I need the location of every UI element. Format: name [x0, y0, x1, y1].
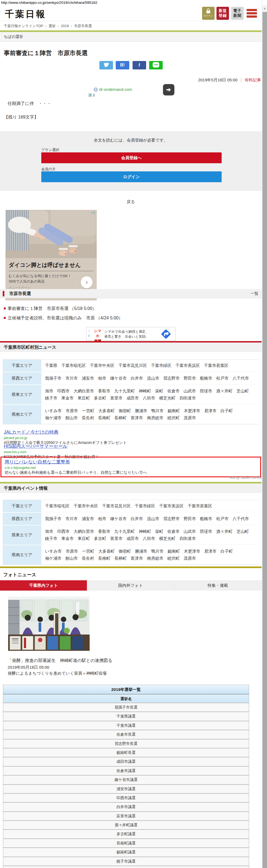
- related-list-link[interactable]: 一覧: [251, 291, 258, 296]
- municipality-link[interactable]: 野田市: [184, 375, 196, 382]
- municipality-link[interactable]: 神崎町: [139, 528, 151, 535]
- site-logo[interactable]: 千葉日報: [5, 8, 46, 20]
- display-ad-socks[interactable]: i X ダイコン脚とは呼ばせません むくみが気になる時に履くだけでOK！SNSで…: [5, 210, 97, 301]
- area-label[interactable]: 千葉エリア: [3, 360, 41, 372]
- municipality-link[interactable]: 御宿町: [119, 548, 131, 555]
- municipality-link[interactable]: 東庄町: [78, 535, 90, 542]
- municipality-link[interactable]: 香取市: [98, 388, 110, 395]
- municipality-link[interactable]: 木更津市: [184, 548, 200, 555]
- banner-ad-shimaho[interactable]: i X シマホ シマホで出会う納得と満足、 発見と驚き、出会いと笑顔。: [86, 327, 176, 341]
- municipality-link[interactable]: 横芝光町: [159, 535, 176, 542]
- municipality-link[interactable]: いすみ市: [45, 548, 62, 555]
- municipality-link[interactable]: 山武市: [184, 388, 196, 395]
- municipality-link[interactable]: 長生村: [82, 414, 94, 422]
- municipality-link[interactable]: 千葉市若葉区: [204, 362, 229, 369]
- epaper-button[interactable]: 電子新聞: [231, 7, 244, 20]
- municipality-link[interactable]: 長南町: [98, 414, 110, 422]
- municipality-link[interactable]: 千葉市若葉区: [188, 502, 212, 509]
- ad-title-link[interactable]: JALカード／今だけの特典: [4, 429, 258, 435]
- election-row[interactable]: 印西市議選: [3, 793, 249, 802]
- municipality-link[interactable]: 館山市: [65, 555, 78, 562]
- municipality-link[interactable]: 鋸南町: [167, 548, 180, 555]
- municipality-link[interactable]: 鋸南町: [167, 407, 180, 414]
- share-line-button[interactable]: LINE: [149, 61, 163, 69]
- election-row[interactable]: 千葉県議選: [3, 712, 249, 720]
- municipality-link[interactable]: いすみ市: [45, 407, 62, 414]
- election-row[interactable]: 多古町議選: [3, 829, 249, 838]
- municipality-link[interactable]: 流山市: [147, 375, 159, 382]
- municipality-link[interactable]: 酒々井町: [216, 528, 233, 535]
- area-label[interactable]: 県東エリア: [3, 385, 41, 404]
- municipality-link[interactable]: 柏市: [98, 375, 106, 382]
- municipality-link[interactable]: 銚子市: [45, 535, 57, 542]
- municipality-link[interactable]: 野田市: [184, 515, 196, 522]
- municipality-link[interactable]: 芝山町: [237, 528, 249, 535]
- municipality-link[interactable]: 茂原市: [184, 555, 196, 562]
- municipality-link[interactable]: 千葉市花見川区: [102, 502, 131, 509]
- municipality-link[interactable]: 富里市: [110, 535, 123, 542]
- municipality-link[interactable]: 白井市: [131, 375, 143, 382]
- municipality-link[interactable]: 四街道市: [180, 395, 196, 402]
- municipality-link[interactable]: 君津市: [204, 407, 216, 414]
- municipality-link[interactable]: 浦安市: [82, 375, 94, 382]
- ad-title-link[interactable]: 周りにバレない自然な二重整形: [5, 459, 257, 465]
- scrollbar-thumb[interactable]: [262, 12, 267, 868]
- municipality-link[interactable]: 睦沢町: [167, 555, 180, 562]
- municipality-link[interactable]: 船橋市: [200, 515, 212, 522]
- municipality-link[interactable]: 鴨川市: [151, 548, 163, 555]
- municipality-link[interactable]: 流山市: [147, 515, 159, 522]
- municipality-link[interactable]: 八街市: [143, 395, 155, 402]
- election-row[interactable]: 我孫子市長選: [3, 703, 249, 712]
- municipality-link[interactable]: 一宮町: [82, 407, 94, 414]
- municipality-link[interactable]: 山武市: [184, 528, 196, 535]
- member-register-button[interactable]: 会員登録へ: [41, 152, 222, 163]
- election-row[interactable]: 鋸南町長選: [3, 748, 249, 757]
- municipality-link[interactable]: 佐倉市: [167, 388, 180, 395]
- municipality-link[interactable]: 一宮町: [82, 548, 94, 555]
- municipality-link[interactable]: 匝瑳市: [200, 528, 212, 535]
- election-row[interactable]: 佐倉市議選: [3, 766, 249, 775]
- ad-info-close-icons[interactable]: i X: [87, 329, 91, 338]
- municipality-link[interactable]: 八千代市: [233, 375, 249, 382]
- municipality-link[interactable]: 鴨川市: [151, 407, 163, 414]
- municipality-link[interactable]: 旭市: [45, 528, 53, 535]
- yahoo-text-ad[interactable]: 周りにバレない自然な二重整形s-b-c-biyougeka.net切らない施術も…: [1, 457, 261, 477]
- municipality-link[interactable]: 御宿町: [119, 407, 131, 414]
- municipality-link[interactable]: 富津市: [131, 555, 143, 562]
- breadcrumb-item-home[interactable]: 千葉日報オンラインTOP: [4, 24, 43, 28]
- municipality-link[interactable]: 館山市: [65, 414, 78, 422]
- municipality-link[interactable]: 酒々井町: [216, 388, 233, 395]
- municipality-link[interactable]: 南房総市: [147, 414, 163, 422]
- municipality-link[interactable]: 匝瑳市: [200, 388, 212, 395]
- municipality-link[interactable]: 白井市: [131, 515, 143, 522]
- municipality-link[interactable]: 浦安市: [82, 515, 94, 522]
- municipality-link[interactable]: 旭市: [45, 388, 53, 395]
- municipality-link[interactable]: 東金市: [61, 395, 74, 402]
- municipality-link[interactable]: 袖ケ浦市: [45, 555, 61, 562]
- municipality-link[interactable]: 印西市: [57, 388, 70, 395]
- municipality-link[interactable]: 木更津市: [184, 407, 200, 414]
- municipality-link[interactable]: 成田市: [127, 395, 139, 402]
- municipality-link[interactable]: 千葉市美浜区: [176, 362, 200, 369]
- municipality-link[interactable]: 佐倉市: [167, 528, 180, 535]
- municipality-link[interactable]: 千葉市緑区: [151, 362, 171, 369]
- municipality-link[interactable]: 千葉市緑区: [135, 502, 155, 509]
- menu-hamburger-icon[interactable]: [247, 9, 258, 18]
- area-label[interactable]: 千葉エリア: [3, 500, 41, 512]
- area-label[interactable]: 県南エリア: [3, 405, 41, 424]
- municipality-link[interactable]: 長柄町: [114, 414, 127, 422]
- municipality-link[interactable]: 長生村: [82, 555, 94, 562]
- area-label[interactable]: 県西エリア: [3, 513, 41, 525]
- photo-news-image[interactable]: [8, 596, 90, 651]
- municipality-link[interactable]: 鎌ケ谷市: [110, 375, 127, 382]
- election-row[interactable]: 白井市議選: [3, 802, 249, 811]
- municipality-link[interactable]: 茂原市: [184, 414, 196, 422]
- scrollbar-up-arrow[interactable]: ▲: [262, 5, 267, 11]
- municipality-link[interactable]: 千葉市稲毛区: [45, 502, 70, 509]
- municipality-link[interactable]: 千葉県: [45, 362, 57, 369]
- municipality-link[interactable]: 八街市: [143, 535, 155, 542]
- breadcrumb-item-2019[interactable]: 2019: [61, 24, 69, 28]
- yahoo-text-ad[interactable]: JALカード／今だけの特典jalcard.jal.co.jp4日間限定！入会で最…: [4, 429, 258, 445]
- election-row[interactable]: 鎌ケ谷市議選: [3, 775, 249, 784]
- municipality-link[interactable]: 勝浦市: [135, 407, 147, 414]
